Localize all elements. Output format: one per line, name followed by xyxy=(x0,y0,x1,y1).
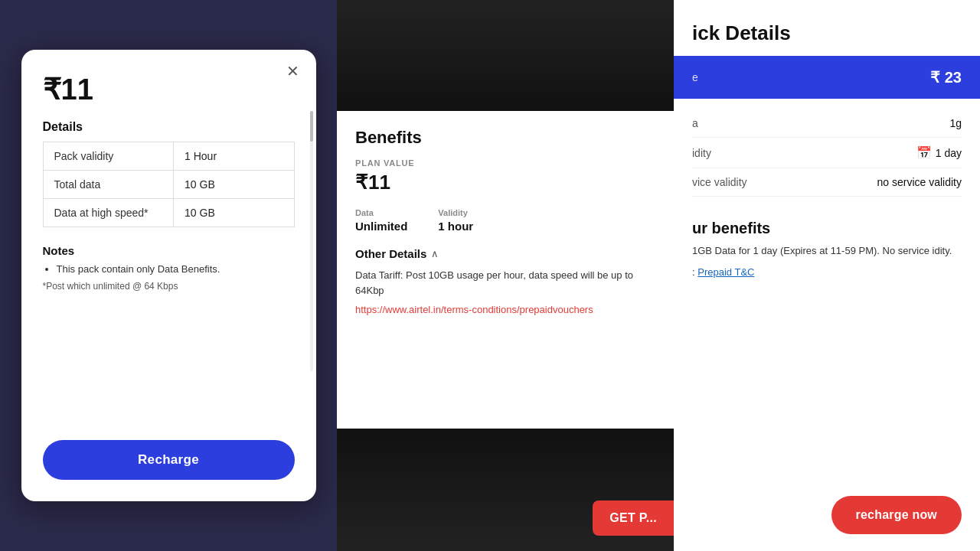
table-row: Pack validity 1 Hour xyxy=(43,142,294,171)
validity-row-value: 📅 1 day xyxy=(916,145,962,160)
row-value: 1 Hour xyxy=(174,142,294,171)
benefit-description: 1GB Data for 1 day (Expires at 11-59 PM)… xyxy=(674,243,980,259)
center-content: Benefits PLAN VALUE ₹11 Data Unlimited V… xyxy=(337,111,674,429)
notes-footnote: *Post which unlimited @ 64 Kbps xyxy=(43,281,295,292)
table-row: Data at high speed* 10 GB xyxy=(43,199,294,227)
details-title: Details xyxy=(43,120,295,134)
plan-details-section: a 1g idity 📅 1 day vice validity no serv… xyxy=(674,99,980,207)
other-details-toggle[interactable]: Other Details ∧ xyxy=(355,247,655,260)
data-value: Unlimited xyxy=(355,220,407,233)
terms-link[interactable]: https://www.airtel.in/terms-conditions/p… xyxy=(355,304,593,315)
tc-section: : Prepaid T&C xyxy=(674,259,980,285)
data-tariff-text: Data Tariff: Post 10GB usage per hour, d… xyxy=(355,268,655,298)
calendar-icon: 📅 xyxy=(916,145,932,160)
page-title: ick Details xyxy=(674,0,980,56)
service-validity-label: vice validity xyxy=(692,176,747,188)
validity-day-value: 1 day xyxy=(936,147,962,159)
row-label: Total data xyxy=(43,171,174,199)
top-image xyxy=(337,0,674,111)
benefit-text: 1GB Data for 1 day (Expires at 11-59 PM)… xyxy=(692,245,952,256)
validity-item: Validity 1 hour xyxy=(438,208,473,233)
benefits-title: Benefits xyxy=(355,128,655,148)
data-label: Data xyxy=(355,208,407,217)
right-panel: ick Details e ₹ 23 a 1g idity 📅 1 day vi… xyxy=(674,0,980,551)
center-panel: Benefits PLAN VALUE ₹11 Data Unlimited V… xyxy=(337,0,674,551)
list-item: This pack contain only Data Benefits. xyxy=(57,263,295,275)
ur-benefits-title: ur benefits xyxy=(674,207,980,243)
modal-price: ₹11 xyxy=(43,73,295,106)
scrollbar-thumb xyxy=(310,111,313,142)
validity-label: Validity xyxy=(438,208,473,217)
notes-title: Notes xyxy=(43,244,295,257)
data-row-value: 1g xyxy=(949,117,962,129)
modal-card: ✕ ₹11 Details Pack validity 1 Hour Total… xyxy=(21,50,316,501)
data-row-label: a xyxy=(692,117,698,129)
plan-amount: ₹ 23 xyxy=(930,68,962,86)
plan-header: e ₹ 23 xyxy=(674,56,980,99)
recharge-now-button[interactable]: recharge now xyxy=(831,496,962,534)
validity-row-label: idity xyxy=(692,147,711,159)
data-row: a 1g xyxy=(692,109,962,138)
scrollbar[interactable] xyxy=(310,111,313,371)
plan-service-label: e xyxy=(692,71,698,83)
row-label: Data at high speed* xyxy=(43,199,174,227)
table-row: Total data 10 GB xyxy=(43,171,294,199)
prepaid-tc-link[interactable]: Prepaid T&C xyxy=(697,266,754,278)
recharge-button[interactable]: Recharge xyxy=(43,440,295,480)
validity-value: 1 hour xyxy=(438,220,473,233)
notes-section: Notes This pack contain only Data Benefi… xyxy=(43,244,295,292)
left-panel: ✕ ₹11 Details Pack validity 1 Hour Total… xyxy=(0,0,337,551)
row-label: Pack validity xyxy=(43,142,174,171)
data-item: Data Unlimited xyxy=(355,208,407,233)
close-icon: ✕ xyxy=(286,62,299,80)
service-validity-value: no service validity xyxy=(877,176,962,188)
details-table: Pack validity 1 Hour Total data 10 GB Da… xyxy=(43,142,295,227)
recharge-now-label: recharge now xyxy=(856,508,937,521)
recharge-label: Recharge xyxy=(138,452,199,467)
validity-row: idity 📅 1 day xyxy=(692,138,962,168)
bottom-image: GET P... xyxy=(337,429,674,551)
data-validity-row: Data Unlimited Validity 1 hour xyxy=(355,208,655,233)
get-pack-label: GET P... xyxy=(609,511,657,524)
chevron-up-icon: ∧ xyxy=(431,248,439,259)
service-validity-row: vice validity no service validity xyxy=(692,168,962,197)
row-value: 10 GB xyxy=(174,199,294,227)
close-button[interactable]: ✕ xyxy=(283,60,304,82)
plan-value-label: PLAN VALUE xyxy=(355,158,655,168)
notes-list: This pack contain only Data Benefits. xyxy=(43,263,295,275)
row-value: 10 GB xyxy=(174,171,294,199)
plan-value-price: ₹11 xyxy=(355,171,655,194)
tc-prefix: : xyxy=(692,266,695,278)
other-details-label: Other Details xyxy=(355,247,426,260)
terms-line: https://www.airtel.in/terms-conditions/p… xyxy=(355,302,655,316)
get-pack-button[interactable]: GET P... xyxy=(593,500,674,536)
